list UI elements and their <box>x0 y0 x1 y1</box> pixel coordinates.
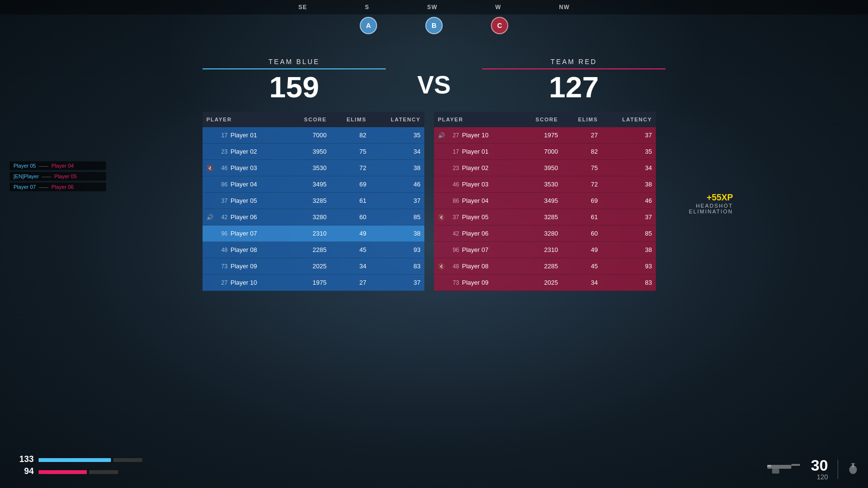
red-player-score: 7000 <box>518 144 562 160</box>
kill-feed-entry: Player 05 —— Player 04 <box>10 161 106 170</box>
blue-player-score: 3285 <box>287 193 331 209</box>
red-player-score: 2025 <box>518 275 562 291</box>
red-player-score: 3495 <box>518 193 562 209</box>
player-name: Player 02 <box>462 164 488 171</box>
player-rank: 46 <box>448 181 459 188</box>
weapon-icon <box>767 461 801 478</box>
blue-player-elims: 69 <box>330 176 370 193</box>
player-name: Player 10 <box>231 279 257 286</box>
player-rank: 27 <box>217 279 228 286</box>
player-name: Player 08 <box>462 263 488 270</box>
red-player-row: 🔊 73 Player 09 2025 34 83 <box>434 275 656 291</box>
kill-killer: Player 07 <box>14 184 36 190</box>
blue-player-row: 🔊 23 Player 02 3950 75 34 <box>203 144 424 160</box>
ammo-display: 30 120 <box>811 458 828 481</box>
player-name: Player 06 <box>231 213 257 221</box>
blue-player-score: 3950 <box>287 144 331 160</box>
compass-s: S <box>365 4 369 11</box>
red-player-latency: 37 <box>602 127 656 144</box>
blue-player-cell: 🔊 42 Player 06 <box>203 209 287 225</box>
blue-player-elims: 27 <box>330 275 370 291</box>
speaker-icon: 🔊 <box>438 132 446 139</box>
player-rank: 42 <box>217 214 228 221</box>
player-name: Player 09 <box>462 279 488 286</box>
red-player-row: 🔊 42 Player 06 3280 60 85 <box>434 225 656 242</box>
red-player-latency: 83 <box>602 275 656 291</box>
player-rank: 23 <box>448 165 459 171</box>
blue-player-elims: 72 <box>330 160 370 176</box>
red-player-cell: 🔊 73 Player 09 <box>434 275 518 291</box>
vs-divider: VS <box>417 70 450 99</box>
scoreboard-container: TEAM BLUE 159 VS TEAM RED 127 PLAYER SCO… <box>203 58 665 291</box>
blue-player-score: 1975 <box>287 275 331 291</box>
blue-player-row: 🔊 86 Player 04 3495 69 46 <box>203 176 424 193</box>
red-player-elims: 69 <box>562 193 602 209</box>
red-col-latency: LATENCY <box>602 112 656 127</box>
blue-player-cell: 🔊 96 Player 07 <box>203 225 287 242</box>
red-player-elims: 82 <box>562 144 602 160</box>
blue-player-latency: 46 <box>370 176 424 193</box>
red-player-row: 🔊 86 Player 04 3495 69 46 <box>434 193 656 209</box>
player-name: Player 09 <box>231 263 257 270</box>
player-rank: 37 <box>217 198 228 204</box>
blue-player-cell: 🔊 73 Player 09 <box>203 258 287 275</box>
player-rank: 17 <box>217 132 228 139</box>
compass-bar: SE S SW W NW <box>0 0 868 14</box>
blue-player-cell: 🔊 86 Player 04 <box>203 176 287 193</box>
compass-sw: SW <box>427 4 437 11</box>
team-red-header: TEAM RED 127 <box>482 58 665 102</box>
red-player-cell: 🔊 23 Player 02 <box>434 160 518 176</box>
blue-player-row: 🔊 17 Player 01 7000 82 35 <box>203 127 424 144</box>
player-name: Player 03 <box>462 181 488 188</box>
armor-bar-hp <box>39 470 87 474</box>
blue-player-score: 3495 <box>287 176 331 193</box>
red-col-score: SCORE <box>518 112 562 127</box>
ammo-current: 30 <box>811 458 828 473</box>
player-name: Player 05 <box>231 197 257 204</box>
blue-player-latency: 38 <box>370 225 424 242</box>
red-player-latency: 46 <box>602 193 656 209</box>
blue-col-score: SCORE <box>287 112 331 127</box>
team-red-score: 127 <box>482 72 665 102</box>
blue-player-latency: 85 <box>370 209 424 225</box>
speaker-icon: 🔇 <box>438 263 446 270</box>
red-player-elims: 34 <box>562 275 602 291</box>
red-player-score: 3530 <box>518 176 562 193</box>
red-player-score: 3285 <box>518 209 562 225</box>
red-player-latency: 35 <box>602 144 656 160</box>
red-player-row: 🔇 48 Player 08 2285 45 93 <box>434 258 656 275</box>
kill-feed: Player 05 —— Player 04 [EN]Player —— Pla… <box>10 161 106 191</box>
hud-bottom-right: 30 120 <box>767 458 858 481</box>
blue-col-player: PLAYER <box>203 112 287 127</box>
player-rank: 86 <box>448 198 459 204</box>
marker-b: B <box>425 17 443 34</box>
armor-bar-container: 94 <box>14 466 142 476</box>
red-player-elims: 45 <box>562 258 602 275</box>
tables-container: PLAYER SCORE ELIMS LATENCY 🔊 17 Player 0… <box>203 112 665 291</box>
player-rank: 37 <box>448 214 459 221</box>
kill-killer: [EN]Player <box>14 173 39 179</box>
kill-killer: Player 05 <box>14 163 36 169</box>
blue-player-score: 2025 <box>287 258 331 275</box>
kill-victim: Player 04 <box>51 163 73 169</box>
player-rank: 46 <box>217 165 228 171</box>
blue-player-score: 3530 <box>287 160 331 176</box>
blue-player-cell: 🔊 48 Player 08 <box>203 242 287 258</box>
speaker-icon: 🔊 <box>206 214 214 221</box>
blue-player-score: 7000 <box>287 127 331 144</box>
health-bar-shield <box>113 458 142 462</box>
player-rank: 27 <box>448 132 459 139</box>
health-bar-hp <box>39 458 111 462</box>
blue-player-elims: 75 <box>330 144 370 160</box>
red-player-row: 🔊 23 Player 02 3950 75 34 <box>434 160 656 176</box>
blue-player-row: 🔊 48 Player 08 2285 45 93 <box>203 242 424 258</box>
red-player-score: 2310 <box>518 242 562 258</box>
blue-player-cell: 🔊 27 Player 10 <box>203 275 287 291</box>
blue-player-row: 🔊 27 Player 10 1975 27 37 <box>203 275 424 291</box>
red-player-score: 3950 <box>518 160 562 176</box>
red-player-row: 🔊 17 Player 01 7000 82 35 <box>434 144 656 160</box>
blue-player-latency: 38 <box>370 160 424 176</box>
red-player-cell: 🔊 42 Player 06 <box>434 225 518 242</box>
red-player-row: 🔊 46 Player 03 3530 72 38 <box>434 176 656 193</box>
xp-label1: HEADSHOT <box>689 203 733 209</box>
